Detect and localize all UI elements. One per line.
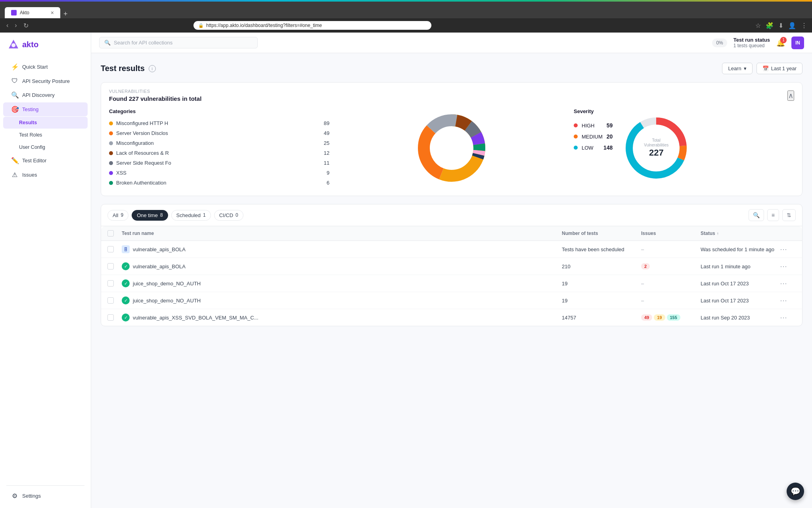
api-discovery-icon: 🔍 <box>11 91 18 99</box>
filter-tab-cicd[interactable]: CI/CD 0 <box>214 210 243 221</box>
sidebar-item-test-editor[interactable]: ✏️ Test Editor <box>3 154 88 167</box>
issues-5: 49 19 155 <box>641 314 701 321</box>
testing-icon: 🎯 <box>11 106 18 113</box>
sort-asc-icon: ↑ <box>717 231 719 236</box>
row-checkbox-3[interactable] <box>107 280 114 287</box>
row-checkbox-5[interactable] <box>107 314 114 321</box>
back-button[interactable]: ‹ <box>5 20 10 31</box>
sidebar-item-api-discovery[interactable]: 🔍 API Discovery <box>3 88 88 102</box>
severity-row: MEDIUM 20 <box>574 131 613 142</box>
more-button-5[interactable]: ⋯ <box>780 313 787 322</box>
sev-dot <box>574 135 578 139</box>
more-button-3[interactable]: ⋯ <box>780 279 787 288</box>
select-all-checkbox[interactable] <box>107 230 122 237</box>
issues-3: – <box>641 281 701 287</box>
header-checkbox[interactable] <box>107 230 114 237</box>
num-tests-4: 19 <box>562 298 641 304</box>
date-filter-button[interactable]: 📅 Last 1 year <box>756 63 802 74</box>
notification-icon[interactable]: 🔔 1 <box>776 38 785 47</box>
filter-tab-scheduled[interactable]: Scheduled 1 <box>171 210 211 221</box>
sidebar-item-testing[interactable]: 🎯 Testing <box>3 102 88 116</box>
more-button-1[interactable]: ⋯ <box>780 245 787 254</box>
th-status: Status ↑ <box>701 231 780 236</box>
issue-badge-low-5: 155 <box>667 314 680 321</box>
learn-button[interactable]: Learn ▾ <box>722 63 752 74</box>
chat-button[interactable]: 💬 <box>787 483 804 500</box>
categories-list: Misconfigured HTTP H 89 Server Version D… <box>109 118 329 188</box>
more-button-2[interactable]: ⋯ <box>780 262 787 271</box>
more-button-4[interactable]: ⋯ <box>780 296 787 305</box>
row-checkbox-1[interactable] <box>107 246 114 252</box>
sort-button[interactable]: ⇅ <box>782 209 796 221</box>
sidebar-item-test-roles[interactable]: Test Roles <box>3 129 88 141</box>
address-bar[interactable]: 🔒 https://app.akto.io/dashboard/testing?… <box>193 21 431 30</box>
tab-close-button[interactable]: × <box>51 10 54 16</box>
th-num-tests: Number of tests <box>562 231 641 236</box>
table-header: Test run name Number of tests Issues Sta… <box>101 226 802 241</box>
filter-tab-onetime[interactable]: One time 8 <box>132 210 168 221</box>
filter-tab-all[interactable]: All 9 <box>107 210 128 221</box>
category-row: XSS 9 <box>109 168 329 178</box>
total-vuln-chart: Total Vulnerabilities 227 <box>620 108 692 188</box>
cat-dot <box>109 161 113 165</box>
filter-all-count: 9 <box>121 212 123 218</box>
num-tests-2: 210 <box>562 264 641 269</box>
filter-scheduled-count: 1 <box>203 212 206 218</box>
cat-count: 12 <box>324 150 329 156</box>
issue-badge-high: 2 <box>641 263 650 269</box>
cat-dot <box>109 151 113 155</box>
category-row: Lack of Resources & R 12 <box>109 148 329 158</box>
reload-button[interactable]: ↻ <box>22 20 30 31</box>
collapse-button[interactable]: ∧ <box>787 90 794 101</box>
row-checkbox-4[interactable] <box>107 297 114 304</box>
sidebar-item-security-posture[interactable]: 🛡 API Security Posture <box>3 74 88 88</box>
profile-icon[interactable]: 👤 <box>788 22 796 29</box>
filter-cicd-count: 0 <box>236 212 238 218</box>
download-icon[interactable]: ⬇ <box>778 22 783 29</box>
settings-icon: ⚙ <box>11 492 18 500</box>
search-bar[interactable]: 🔍 Search for API collections <box>99 37 258 48</box>
cat-dot <box>109 141 113 145</box>
browser-tab-akto[interactable]: Akto × <box>5 7 60 18</box>
test-roles-label: Test Roles <box>19 132 42 138</box>
menu-icon[interactable]: ⋮ <box>801 22 807 29</box>
categories-section: Categories Misconfigured HTTP H 89 Serve… <box>109 108 337 188</box>
cat-label: Misconfigured HTTP H <box>116 120 321 126</box>
extensions-icon[interactable]: 🧩 <box>766 22 774 29</box>
info-icon[interactable]: i <box>149 65 156 72</box>
cat-label: Misconfiguration <box>116 140 321 146</box>
row-checkbox-2[interactable] <box>107 263 114 269</box>
sidebar-item-issues[interactable]: ⚠ Issues <box>3 168 88 182</box>
filter-button[interactable]: ≡ <box>767 209 779 221</box>
forward-button[interactable]: › <box>13 20 18 31</box>
donut-svg <box>412 108 491 188</box>
num-tests-3: 19 <box>562 281 641 287</box>
total-vuln-label: Total Vulnerabilities <box>642 138 670 148</box>
sidebar-item-results[interactable]: Results <box>3 117 88 129</box>
bookmark-icon[interactable]: ☆ <box>755 22 761 29</box>
table-row: ✓ vulnerable_apis_BOLA 210 2 Last run 1 … <box>101 258 802 275</box>
filter-scheduled-label: Scheduled <box>176 212 201 218</box>
search-filter-button[interactable]: 🔍 <box>749 209 764 221</box>
status-success-icon-4: ✓ <box>122 296 130 304</box>
cat-dot <box>109 131 113 135</box>
sev-label: LOW <box>582 145 599 151</box>
issues-icon: ⚠ <box>11 171 18 179</box>
issue-badge-high-5: 49 <box>641 314 652 321</box>
avatar[interactable]: IN <box>791 37 804 49</box>
search-placeholder: Search for API collections <box>114 40 172 46</box>
header-actions: Learn ▾ 📅 Last 1 year <box>722 63 802 74</box>
sidebar-item-settings[interactable]: ⚙ Settings <box>3 489 88 503</box>
sev-label: MEDIUM <box>582 134 603 140</box>
category-row: Server Version Disclos 49 <box>109 128 329 138</box>
new-tab-button[interactable]: + <box>60 10 71 18</box>
th-status-label: Status <box>701 231 715 236</box>
cat-dot <box>109 121 113 125</box>
cat-count: 25 <box>324 140 329 146</box>
sidebar-item-user-config[interactable]: User Config <box>3 141 88 153</box>
run-name-3: juice_shop_demo_NO_AUTH <box>133 281 201 287</box>
browser-nav-icons: ☆ 🧩 ⬇ 👤 ⋮ <box>755 22 807 29</box>
run-name-cell-1: 🗄 vulnerable_apis_BOLA <box>122 245 562 253</box>
filter-all-label: All <box>113 212 118 218</box>
sidebar-item-quickstart[interactable]: ⚡ Quick Start <box>3 60 88 74</box>
